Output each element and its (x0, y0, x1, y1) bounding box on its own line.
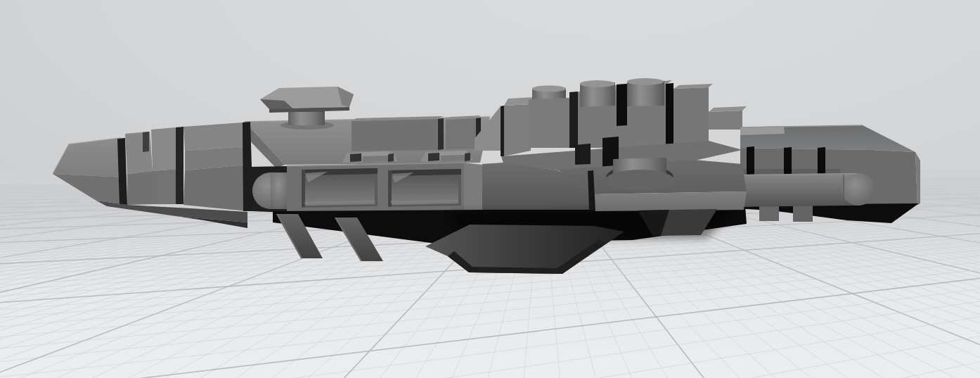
funnel-stack-2 (580, 80, 615, 107)
deck-cabins (352, 115, 481, 151)
cannon-barrel (737, 173, 875, 207)
side-panel-bays (250, 163, 482, 213)
thruster-end-cap (252, 172, 290, 209)
window-bay-1 (302, 168, 378, 208)
funnel-stack-3 (627, 78, 664, 106)
window-bay-2 (388, 169, 461, 207)
viewport-3d[interactable]: Gray low-poly capital spaceship viewed f… (0, 0, 980, 378)
funnel-stack-1 (532, 86, 566, 101)
